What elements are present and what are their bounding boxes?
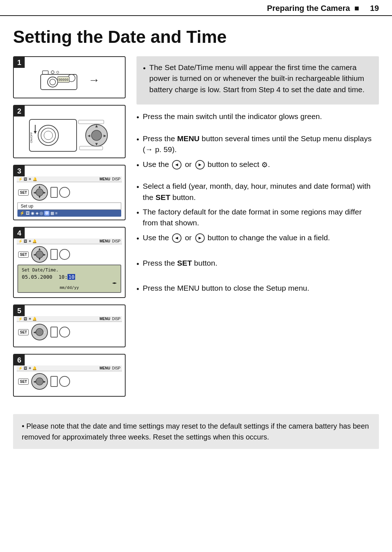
svg-text:◄: ◄ [87, 133, 91, 138]
svg-text:►: ► [43, 380, 47, 384]
header-page: 19 [370, 4, 379, 13]
step-1-box: 1 00000 [13, 56, 126, 98]
step6-rect-btn1 [50, 376, 58, 387]
svg-text:▲: ▲ [94, 123, 99, 128]
step3-rect-btn2 [59, 187, 70, 198]
step1-camera-svg: 00000 [39, 67, 82, 93]
svg-text:►: ► [43, 253, 47, 257]
svg-rect-22 [78, 120, 104, 124]
svg-text:▼: ▼ [38, 195, 42, 199]
bottom-note-text: • Please note that the date and time set… [22, 422, 369, 441]
step2-bullet: • Press the main switch until the indica… [136, 111, 379, 123]
content-area: 1 00000 [0, 56, 392, 403]
or-text: or [185, 160, 192, 168]
step4-cursor-arrows: ◄► [112, 281, 117, 285]
step4-date-label: Set Date/Time. [22, 267, 117, 273]
svg-text:00000: 00000 [58, 78, 68, 82]
step6-set-label: SET [18, 379, 29, 385]
svg-text:◄: ◄ [33, 380, 37, 384]
step5-disp-label: DISP [112, 317, 121, 321]
step6-disp-label: DISP [112, 366, 121, 370]
step5-bullet-text: Press the SET button. [143, 258, 217, 269]
step4-format: mm/dd/yy [22, 285, 117, 290]
step5-nav-svg: ◄ ► [31, 323, 48, 341]
svg-point-12 [44, 131, 53, 140]
svg-text:▼: ▼ [94, 142, 99, 147]
step4-bullet2: • The factory default for the date forma… [136, 207, 379, 229]
svg-point-1 [48, 77, 58, 87]
instructions-column: • The Set Date/Time menu will appear the… [136, 56, 379, 403]
step3-bullet-text: Press the MENU button several times unti… [143, 133, 379, 155]
step5-set-label: SET [18, 329, 29, 335]
highlight-bullet-dot: • [143, 63, 146, 74]
right-arrow-btn-2: ► [195, 233, 205, 243]
step4-bullet3: • Use the ◄ or ► button to change the va… [136, 232, 379, 244]
step6-nav-svg: ◄ ► [31, 373, 48, 390]
svg-text:▼: ▼ [38, 257, 42, 261]
step-2-box: 2 ON/OFF ▲ [13, 105, 126, 158]
step2-camera-svg: ON/OFF ▲ ▼ ◄ ► [26, 116, 113, 154]
step3-bullet2-text: Use the ◄ or ► button to select ⚙. [143, 159, 270, 170]
page-title: Setting the Date and Time [13, 27, 379, 47]
header-title: Preparing the Camera [267, 4, 350, 13]
svg-text:◄: ◄ [33, 330, 37, 334]
svg-point-17 [91, 130, 102, 140]
step6-instruction: • Press the MENU button to close the Set… [136, 283, 379, 298]
step-3-box: 3 ⚡ 🖼 ☀ 🔔 MENU DISP SET [13, 165, 126, 220]
svg-rect-9 [29, 119, 77, 151]
step5-rect-btn2 [59, 327, 70, 338]
step-1-number: 1 [14, 57, 25, 68]
or-text-2: or [185, 233, 192, 242]
step-4-box: 4 ⚡ 🖼 ☀ 🔔 MENU DISP SET [13, 227, 126, 298]
step3-rect-btn1 [50, 187, 58, 198]
step5-rect-btn1 [50, 327, 58, 338]
bottom-note: • Please note that the date and time set… [13, 414, 379, 449]
step3-menu-label: MENU [99, 177, 110, 181]
step6-bullet: • Press the MENU button to close the Set… [136, 283, 379, 294]
svg-marker-15 [34, 131, 37, 134]
header-bar: Preparing the Camera ■ 19 [0, 0, 392, 16]
step5-bullet: • Press the SET button. [136, 258, 379, 269]
step3-bullet2: • Use the ◄ or ► button to select ⚙. [136, 159, 379, 171]
highlight-bullet-item: • The Set Date/Time menu will appear the… [143, 62, 372, 95]
step3-bullet: • Press the MENU button several times un… [136, 133, 379, 155]
step4-bullet1-text: Select a field (year, month, day, hour, … [143, 181, 379, 203]
step3-icon-row: ⚡ 🖼 ◉ ◈ ◎ ⚙ ▦ ≡ [17, 210, 121, 217]
step-6-number: 6 [14, 355, 25, 365]
svg-point-5 [51, 71, 54, 74]
step3-icons: 🖼 ☀ 🔔 [24, 177, 37, 181]
step3-flash-icon: ⚡ [18, 177, 23, 181]
steps-column: 1 00000 [13, 56, 126, 403]
step6-bullet-text: Press the MENU button to close the Setup… [143, 283, 309, 294]
svg-point-37 [36, 328, 43, 336]
step-2-number: 2 [14, 106, 25, 116]
step4-rect-btn1 [50, 249, 58, 260]
step4-menu-label: MENU [99, 239, 110, 243]
svg-text:►: ► [43, 330, 47, 334]
step2-bullet-text: Press the main switch until the indicato… [143, 111, 322, 122]
svg-rect-23 [79, 146, 103, 150]
step3-disp-label: DISP [112, 177, 121, 181]
step6-menu-label: MENU [99, 366, 110, 370]
step4-rect-btn2 [59, 249, 70, 260]
step3-instruction: • Press the MENU button several times un… [136, 133, 379, 174]
step-5-box: 5 ⚡ 🖼 ☀ 🔔 MENU DISP SET [13, 304, 126, 347]
step-4-number: 4 [14, 228, 25, 238]
svg-text:▲: ▲ [38, 185, 42, 189]
svg-point-2 [50, 79, 56, 85]
step4-bullet1: • Select a field (year, month, day, hour… [136, 181, 379, 203]
step6-icons: ⚡ 🖼 ☀ 🔔 [18, 366, 37, 370]
step4-date-screen: Set Date/Time. 05.05.2000 10:10 ◄► mm/dd… [17, 265, 121, 293]
step-3-number: 3 [14, 165, 25, 176]
step4-bullet2-text: The factory default for the date format … [143, 207, 379, 229]
step-5-number: 5 [14, 305, 25, 316]
right-arrow-btn: ► [195, 160, 205, 169]
left-arrow-btn-2: ◄ [172, 233, 181, 243]
svg-text:◄: ◄ [33, 253, 37, 257]
step3-setup-menu-item: Set up [17, 203, 121, 210]
step4-set-label: SET [18, 252, 29, 258]
step-6-box: 6 ⚡ 🖼 ☀ 🔔 MENU DISP SET [13, 354, 126, 397]
highlight-note: • The Set Date/Time menu will appear the… [136, 56, 379, 105]
step5-menu-label: MENU [99, 317, 110, 321]
step4-disp-label: DISP [112, 239, 121, 243]
